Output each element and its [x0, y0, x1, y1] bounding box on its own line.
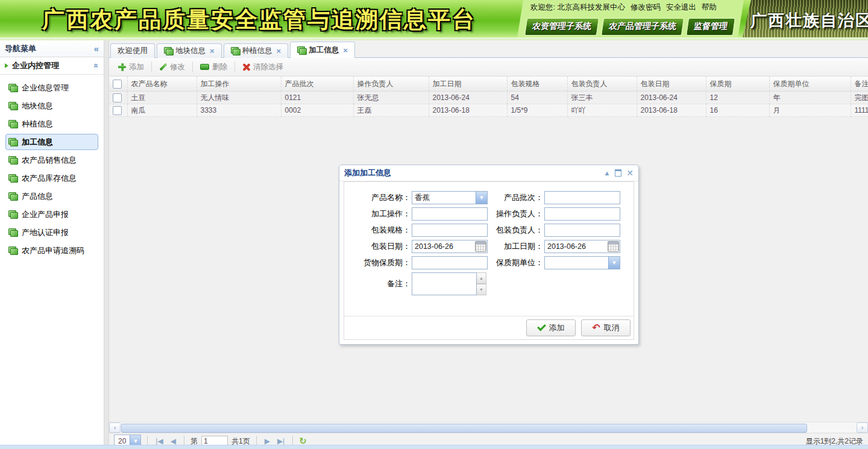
table-row[interactable]: 南瓜33330002王磊2013-06-181/5*9吖吖2013-06-181…	[109, 104, 868, 117]
subsystem-button-1[interactable]: 农产品管理子系统	[601, 18, 684, 36]
dialog-cancel-button[interactable]: ↶取消	[581, 319, 631, 336]
cell: 12	[706, 92, 769, 104]
package-date-field[interactable]: 2013-06-26	[412, 240, 488, 253]
sidebar-item-6[interactable]: 产品信息	[5, 188, 98, 204]
sidebar-collapse-icon[interactable]: «	[94, 40, 99, 57]
sidebar-item-2[interactable]: 种植信息	[5, 116, 98, 132]
sidebar-item-label: 农产品申请追溯码	[22, 245, 84, 256]
tab-0[interactable]: 欢迎使用	[110, 43, 155, 58]
cell: 张三丰	[567, 92, 637, 104]
sidebar-item-1[interactable]: 地块信息	[5, 98, 98, 114]
dialog-add-button[interactable]: 添加	[526, 319, 576, 336]
package-spec-input[interactable]	[412, 224, 488, 237]
toolbar-button-3[interactable]: 清除选择	[237, 60, 289, 75]
scroll-left-icon[interactable]: ‹	[109, 422, 121, 433]
sidebar-item-label: 地块信息	[22, 101, 53, 111]
cell: 月	[769, 104, 851, 117]
sidebar-item-4[interactable]: 农产品销售信息	[5, 152, 98, 168]
chevron-down-icon[interactable]: ▼	[608, 257, 620, 269]
dialog-title-bar[interactable]: 添加加工信息 ▲ ✕	[339, 165, 638, 181]
tab-2[interactable]: 种植信息×	[224, 43, 289, 58]
column-header[interactable]: 加工日期	[429, 77, 507, 92]
header-link-0[interactable]: 修改密码	[631, 3, 661, 11]
folder-icon	[8, 156, 18, 165]
dialog-close-icon[interactable]: ✕	[626, 170, 634, 177]
sidebar-item-8[interactable]: 产地认证申报	[5, 224, 98, 240]
edit-pencil-icon	[159, 63, 167, 71]
column-header[interactable]: 包装日期	[637, 77, 706, 92]
splitter[interactable]	[104, 40, 109, 449]
toolbar-button-0[interactable]: 添加	[113, 60, 149, 75]
package-manager-input[interactable]	[544, 224, 620, 237]
column-header[interactable]: 备注	[851, 77, 868, 92]
folder-icon	[231, 47, 240, 55]
process-date-field[interactable]: 2013-06-26	[544, 240, 620, 253]
column-header[interactable]: 操作负责人	[353, 77, 429, 92]
accordion-section-internal-control[interactable]: 企业内控管理 «	[0, 57, 104, 75]
select-all-checkbox[interactable]	[113, 80, 122, 89]
toolbar-button-1[interactable]: 修改	[154, 60, 190, 75]
dialog-collapse-icon[interactable]: ▲	[603, 170, 610, 177]
tab-close-icon[interactable]: ×	[277, 46, 281, 55]
header-link-2[interactable]: 帮助	[702, 3, 717, 11]
header-link-1[interactable]: 安全退出	[666, 3, 696, 11]
first-page-icon[interactable]: |◀	[154, 437, 165, 445]
dialog-maximize-icon[interactable]	[615, 169, 621, 177]
shelf-life-input[interactable]	[412, 256, 488, 269]
column-header[interactable]: 加工操作	[197, 77, 281, 92]
sidebar-item-7[interactable]: 企业产品申报	[5, 206, 98, 222]
scrollbar-track[interactable]	[121, 423, 857, 432]
prev-page-icon[interactable]: ◀	[169, 437, 178, 445]
tab-3[interactable]: 加工信息×	[290, 42, 355, 58]
folder-icon	[8, 84, 18, 92]
product-name-value: 香蕉	[412, 193, 476, 203]
tab-close-icon[interactable]: ×	[343, 46, 348, 55]
row-checkbox[interactable]	[113, 93, 122, 102]
next-page-icon[interactable]: ▶	[263, 437, 272, 445]
calendar-icon[interactable]	[475, 241, 486, 252]
add-process-dialog: 添加加工信息 ▲ ✕ 产品名称：香蕉▼产品批次：加工操作：操作负责人：包装规格：…	[339, 165, 639, 345]
package-spec-label: 包装规格：	[344, 225, 410, 236]
dialog-button-label: 添加	[549, 322, 565, 333]
last-page-icon[interactable]: ▶|	[275, 437, 286, 445]
toolbar-button-2[interactable]: 删除	[195, 60, 233, 75]
chevron-down-icon[interactable]: ▼	[476, 192, 487, 204]
column-header[interactable]: 农产品名称	[127, 77, 197, 92]
product-batch-input[interactable]	[544, 191, 620, 204]
calendar-icon[interactable]	[608, 241, 619, 252]
shelf-life-unit-select[interactable]: ▼	[544, 256, 620, 269]
scrollbar-thumb[interactable]	[121, 424, 807, 433]
column-header[interactable]: 产品批次	[281, 77, 353, 92]
process-operation-input[interactable]	[412, 207, 488, 221]
subsystem-button-0[interactable]: 农资管理子系统	[524, 18, 599, 36]
operation-manager-input[interactable]	[544, 207, 620, 221]
sidebar-item-label: 产地认证申报	[22, 227, 69, 238]
column-header[interactable]: 包装负责人	[567, 77, 637, 92]
cell: 1/5*9	[507, 104, 567, 117]
sidebar-item-9[interactable]: 农产品申请追溯码	[5, 242, 98, 259]
spinner-up-icon[interactable]: ▲	[477, 272, 486, 284]
row-checkbox[interactable]	[113, 106, 122, 115]
dialog-form-row: 产品名称：香蕉▼产品批次：	[344, 191, 634, 204]
sidebar-item-0[interactable]: 企业信息管理	[5, 80, 98, 96]
horizontal-scrollbar[interactable]: ‹ ›	[109, 422, 868, 433]
column-header[interactable]: 保质期单位	[769, 77, 851, 92]
column-header[interactable]: 保质期	[706, 77, 769, 92]
tab-close-icon[interactable]: ×	[210, 46, 215, 55]
tab-1[interactable]: 地块信息×	[157, 43, 222, 58]
table-row[interactable]: 土豆无人情味0121张无忌2013-06-2454张三丰2013-06-2412…	[109, 92, 868, 104]
toolbar-button-label: 添加	[129, 62, 144, 72]
subsystem-button-2[interactable]: 监督管理	[686, 18, 735, 36]
sidebar-item-label: 企业产品申报	[22, 209, 69, 220]
product-name-select[interactable]: 香蕉▼	[412, 191, 488, 204]
grid-toolbar: 添加修改删除清除选择	[109, 58, 868, 77]
sidebar-item-3[interactable]: 加工信息	[5, 134, 98, 150]
remark-textarea[interactable]	[412, 272, 477, 295]
cell: 2013-06-24	[429, 92, 507, 104]
scroll-right-icon[interactable]: ›	[857, 422, 868, 433]
spinner-down-icon[interactable]: ▼	[477, 284, 486, 295]
column-header[interactable]: 包装规格	[507, 77, 567, 92]
toolbar-separator	[234, 61, 235, 72]
sidebar-item-5[interactable]: 农产品库存信息	[5, 170, 98, 186]
section-collapse-icon[interactable]: «	[88, 63, 105, 68]
